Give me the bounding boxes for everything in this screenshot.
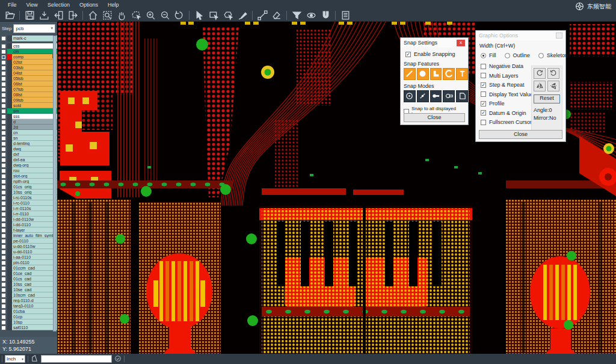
layer-visibility-checkbox[interactable] [0, 125, 7, 130]
layer-visibility-checkbox[interactable] [0, 114, 7, 119]
layer-visibility-checkbox[interactable] [0, 244, 7, 249]
graphic-dialog-titlebar[interactable]: Graphic Options [476, 31, 565, 40]
layer-color-swatch[interactable] [7, 130, 12, 135]
layer-color-swatch[interactable] [7, 292, 12, 298]
report-button[interactable] [338, 10, 353, 21]
layer-visibility-checkbox[interactable] [0, 43, 7, 49]
eraser-button[interactable] [270, 10, 284, 21]
layer-color-swatch[interactable] [7, 114, 12, 119]
layer-row-01ce_cad[interactable]: 01ce_cad [0, 271, 57, 276]
layer-visibility-checkbox[interactable] [0, 184, 7, 190]
layer-row-01cp[interactable]: 01cp [0, 314, 57, 319]
layer-row-dxf-ea[interactable]: dxf-ea [0, 157, 57, 162]
layer-color-swatch[interactable] [7, 200, 12, 206]
snap-arc-button[interactable] [443, 68, 455, 80]
save-button[interactable] [22, 10, 37, 21]
layer-color-swatch[interactable] [7, 108, 12, 114]
layer-color-swatch[interactable] [7, 211, 12, 217]
mode-outline-button[interactable] [456, 90, 468, 102]
view-eye-button[interactable] [304, 10, 318, 21]
layer-row-targ3-0110[interactable]: targ3-0110 [0, 303, 57, 309]
mode-line-point-button[interactable] [417, 90, 429, 102]
layer-row-sold[interactable]: sold [0, 103, 57, 108]
layer-row-pin-0110[interactable]: pin-0110 [0, 260, 57, 265]
layer-color-swatch[interactable] [7, 35, 12, 42]
layer-row-f-layer[interactable]: f-layer [0, 227, 57, 233]
mirror-h-button[interactable] [534, 81, 546, 91]
zoom-previous-button[interactable] [172, 10, 186, 21]
radio-icon[interactable] [505, 53, 510, 58]
layer-visibility-checkbox[interactable] [0, 65, 7, 70]
layer-visibility-checkbox[interactable] [0, 195, 7, 200]
checkbox-icon[interactable] [481, 91, 486, 97]
layer-color-swatch[interactable] [7, 152, 12, 157]
layer-visibility-checkbox[interactable] [0, 76, 7, 81]
layer-visibility-checkbox[interactable] [0, 92, 7, 97]
layer-row-07lsb[interactable]: 07lsb [0, 87, 57, 92]
layer-visibility-checkbox[interactable] [0, 70, 7, 76]
layer-color-swatch[interactable] [7, 314, 12, 319]
layer-color-swatch[interactable] [7, 157, 12, 162]
layer-row-comp[interactable]: compB [0, 54, 57, 60]
layer-visibility-checkbox[interactable] [0, 222, 7, 227]
reset-button[interactable]: Reset [534, 94, 560, 103]
snap-line-button[interactable] [404, 68, 416, 80]
layer-row-u-dd-0110[interactable]: u-dd-0110 [0, 249, 57, 254]
layer-color-swatch[interactable] [7, 309, 12, 314]
checkbox-icon[interactable]: ✓ [481, 82, 486, 88]
layer-row-i-dd-0110[interactable]: i-dd-0110 [0, 222, 57, 227]
measure-button[interactable] [255, 10, 270, 21]
layer-color-swatch[interactable] [7, 260, 12, 265]
layer-visibility-checkbox[interactable] [0, 309, 7, 314]
layer-row-10scm_cad[interactable]: 10scm_cad [0, 292, 57, 298]
layer-row-i-rr-0110s[interactable]: i-rr-0110s [0, 206, 57, 211]
layer-visibility-checkbox[interactable] [0, 238, 7, 244]
layer-visibility-checkbox[interactable] [0, 168, 7, 173]
layer-row-css[interactable]: css [0, 43, 57, 49]
layer-row-dwg[interactable]: dwg [0, 146, 57, 152]
layer-visibility-checkbox[interactable] [0, 54, 7, 60]
layer-color-swatch[interactable] [7, 49, 12, 54]
layer-row-05lsb[interactable]: 05lsb [0, 76, 57, 81]
layer-visibility-checkbox[interactable] [0, 227, 7, 233]
layer-row-09lsb[interactable]: 09lsb [0, 97, 57, 103]
layer-row-d[interactable]: d [0, 119, 57, 125]
layer-visibility-checkbox[interactable] [0, 35, 7, 42]
enable-snapping-row[interactable]: ✓ Enable Snapping [405, 51, 468, 57]
layer-visibility-checkbox[interactable] [0, 146, 7, 152]
refresh-icon[interactable] [114, 354, 122, 364]
layer-row-i-aa-0110[interactable]: i-aa-0110 [0, 254, 57, 260]
layer-color-swatch[interactable] [7, 125, 12, 130]
select-cursor-button[interactable] [192, 10, 206, 21]
layer-visibility-checkbox[interactable] [0, 157, 7, 162]
layer-row-03lsb[interactable]: 03lsb [0, 65, 57, 70]
layer-color-swatch[interactable] [7, 233, 12, 238]
layer-row-01cs_cad[interactable]: 01cs_cad [0, 276, 57, 282]
layer-visibility-checkbox[interactable] [0, 179, 7, 184]
radio-icon[interactable] [538, 53, 544, 58]
layer-row-reg-0110-d[interactable]: reg-0110-d [0, 298, 57, 303]
layer-row-10sp[interactable]: 10sp [0, 319, 57, 325]
layer-visibility-checkbox[interactable] [0, 200, 7, 206]
layer-color-swatch[interactable] [7, 271, 12, 276]
layer-color-swatch[interactable] [7, 184, 12, 190]
layer-row-sn[interactable]: sn [0, 135, 57, 141]
layer-row-cn[interactable]: cn [0, 130, 57, 135]
layer-visibility-checkbox[interactable] [0, 319, 7, 325]
layer-visibility-checkbox[interactable] [0, 103, 7, 108]
layer-visibility-checkbox[interactable] [0, 119, 7, 125]
layer-row-2d[interactable]: 2d [0, 125, 57, 130]
mirror-v-button[interactable] [547, 81, 559, 91]
layer-row-08lst[interactable]: 08lst [0, 92, 57, 97]
menu-selection[interactable]: Selection [43, 1, 74, 8]
menu-help[interactable]: Help [103, 1, 123, 8]
layer-visibility-checkbox[interactable] [0, 190, 7, 195]
layer-color-swatch[interactable] [7, 190, 12, 195]
layer-visibility-checkbox[interactable] [0, 81, 7, 87]
layer-row-saf0110[interactable]: saf0110 [0, 325, 57, 330]
layer-color-swatch[interactable] [7, 76, 12, 81]
rotate-ccw-button[interactable] [547, 68, 559, 79]
layer-row-cm[interactable]: cm [0, 49, 57, 54]
close-icon[interactable] [556, 32, 562, 39]
layer-visibility-checkbox[interactable] [0, 141, 7, 146]
